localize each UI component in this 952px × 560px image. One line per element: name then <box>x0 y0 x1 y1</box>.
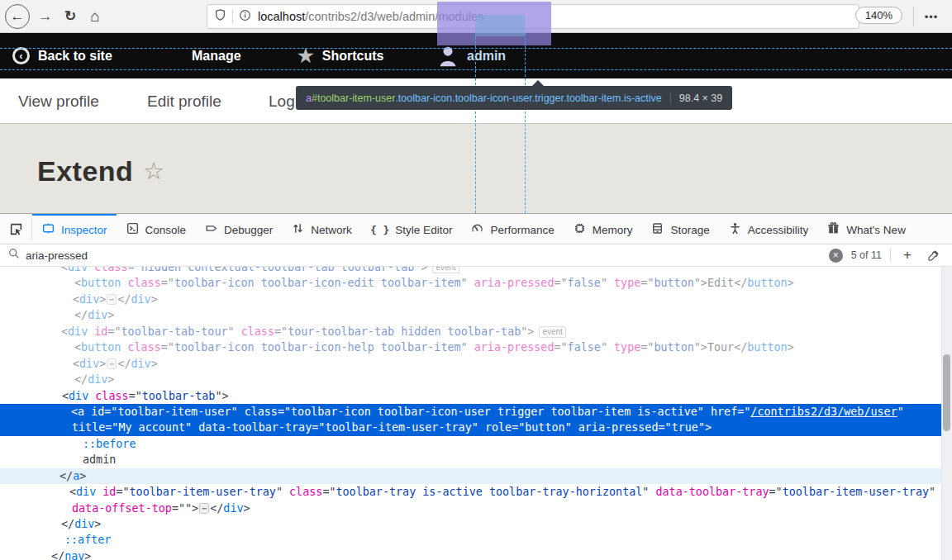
code-token: div <box>76 486 96 498</box>
code-token: toolbar-item-user <box>117 406 231 418</box>
code-token: My account <box>118 421 185 434</box>
tab-memory[interactable]: Memory <box>564 214 642 244</box>
markup-line[interactable]: ▶<div>⋯</div> <box>0 292 941 307</box>
collapsed-content-badge[interactable]: ⋯ <box>107 294 117 305</box>
markup-line[interactable]: </div> <box>0 516 941 532</box>
code-token: < <box>73 293 79 306</box>
scrollbar-track[interactable] <box>941 267 952 560</box>
inspector-highlight-content <box>475 15 525 36</box>
scrollbar-thumb[interactable] <box>943 354 950 431</box>
code-token: < <box>61 325 68 338</box>
code-token: =" <box>554 277 567 289</box>
code-token: type <box>614 341 640 354</box>
inspector-search-row: × 5 of 11 + <box>0 244 952 267</box>
devtools-tabbar: InspectorConsoleDebuggerNetwork{ }Style … <box>0 214 952 244</box>
user-menu-edit-profile[interactable]: Edit profile <box>147 78 221 124</box>
code-token: button <box>747 277 787 289</box>
eyedropper-icon[interactable] <box>922 249 944 262</box>
markup-line[interactable]: title="My account" data-toolbar-tray="to… <box>0 420 941 435</box>
add-node-icon[interactable]: + <box>897 247 917 263</box>
markup-line[interactable]: ▼<div class="toolbar-tab"> <box>0 388 941 404</box>
tab-inspector[interactable]: Inspector <box>32 214 117 244</box>
search-input[interactable] <box>26 249 829 262</box>
infobar-classes: .toolbar-icon.toolbar-icon-user.trigger.… <box>395 93 661 104</box>
forward-icon[interactable]: → <box>35 6 56 27</box>
search-result-count: 5 of 11 <box>851 249 882 261</box>
markup-line[interactable]: admin <box>0 452 941 467</box>
inspector-guide-bottom <box>0 69 952 70</box>
markup-line[interactable]: </div> <box>0 372 941 387</box>
code-token: < <box>62 390 69 402</box>
element-picker-icon[interactable] <box>0 214 31 244</box>
code-token: </ <box>61 518 74 530</box>
code-token: </ <box>117 293 131 306</box>
collapsed-content-badge[interactable]: ⋯ <box>107 358 117 369</box>
back-icon[interactable]: ← <box>5 4 30 29</box>
markup-line[interactable]: ▼<div class="hidden contextual-toolbar-t… <box>0 267 941 275</box>
storage-icon <box>650 221 664 238</box>
clear-search-icon[interactable]: × <box>829 249 843 263</box>
code-token: > <box>99 293 106 306</box>
markup-line[interactable]: ::after <box>0 532 941 548</box>
code-token: =" <box>116 486 129 498</box>
code-token: data-toolbar-tray <box>655 486 769 498</box>
tab-network[interactable]: Network <box>282 214 361 244</box>
tab-console[interactable]: Console <box>117 214 196 244</box>
markup-line[interactable]: </nav> <box>0 548 941 560</box>
user-menu-view-profile[interactable]: View profile <box>18 78 99 124</box>
markup-line[interactable]: ▼<div id="toolbar-tab-tour" class="tour-… <box>0 324 941 339</box>
tab-style-editor[interactable]: { }Style Editor <box>361 214 462 244</box>
code-token: admin <box>83 453 116 466</box>
toolbar-item-label: admin <box>467 49 506 64</box>
code-token: div <box>68 325 88 338</box>
code-token: toolbar-item-user-tray <box>783 486 929 498</box>
favorite-star-icon[interactable]: ☆ <box>143 157 164 185</box>
markup-line[interactable]: ▶<div id="toolbar-item-user-tray" class=… <box>0 484 941 500</box>
code-token: title <box>72 421 105 434</box>
toolbar-item-back-to-site[interactable]: ‹Back to site <box>12 33 112 78</box>
zoom-level-badge[interactable]: 140% <box>855 7 902 24</box>
toolbar-item-shortcuts[interactable]: ★Shortcuts <box>298 33 383 78</box>
markup-line[interactable]: <button class="toolbar-icon toolbar-icon… <box>0 339 941 355</box>
markup-line[interactable]: </a> <box>0 468 941 484</box>
screen: ← → ↻ ⌂ localhost/contribs2/d3/web/admin… <box>0 0 952 560</box>
markup-line[interactable]: </div> <box>0 307 941 323</box>
markup-line[interactable]: data-offset-top="">⋯</div> <box>0 501 941 516</box>
code-token: =" <box>104 406 117 418</box>
markup-line[interactable]: <button class="toolbar-icon toolbar-icon… <box>0 275 941 291</box>
code-token: button <box>747 341 787 354</box>
code-token: toolbar-icon toolbar-icon-user trigger t… <box>291 406 697 418</box>
search-divider <box>890 249 891 262</box>
code-token: > <box>151 293 158 306</box>
code-token: class <box>128 341 161 354</box>
overflow-menu-icon[interactable]: ••• <box>919 5 944 28</box>
code-token: </ <box>210 502 223 515</box>
tab-label: Inspector <box>61 224 107 236</box>
code-token: a <box>78 406 84 418</box>
tab-storage[interactable]: Storage <box>641 214 718 244</box>
code-token: =" <box>312 421 325 434</box>
code-token: role <box>485 421 512 434</box>
code-token: < <box>71 406 78 418</box>
code-token: > <box>107 309 114 321</box>
code-token: " <box>601 277 614 289</box>
code-token: =" <box>554 341 567 354</box>
tab-debugger[interactable]: Debugger <box>195 214 282 244</box>
tab-accessibility[interactable]: Accessibility <box>719 214 818 244</box>
tab-performance[interactable]: Performance <box>461 214 563 244</box>
shield-icon[interactable] <box>214 8 226 25</box>
inspector-guide-top <box>0 48 952 49</box>
markup-line[interactable]: ▶<div>⋯</div> <box>0 356 941 372</box>
markup-line[interactable]: ::before <box>0 436 941 452</box>
toolbar-item-manage[interactable]: Manage <box>165 33 241 78</box>
tab-what-s-new[interactable]: What's New <box>817 214 915 244</box>
code-token: " <box>929 486 935 498</box>
reload-icon[interactable]: ↻ <box>60 6 81 27</box>
info-icon[interactable] <box>239 9 251 25</box>
code-token: /contribs2/d3/web/user <box>750 406 897 418</box>
markup-line[interactable]: ▼<a id="toolbar-item-user" class="toolba… <box>0 404 941 420</box>
event-badge[interactable]: event <box>432 267 459 273</box>
event-badge[interactable]: event <box>539 326 565 338</box>
collapsed-content-badge[interactable]: ⋯ <box>199 503 209 514</box>
home-icon[interactable]: ⌂ <box>84 6 106 27</box>
